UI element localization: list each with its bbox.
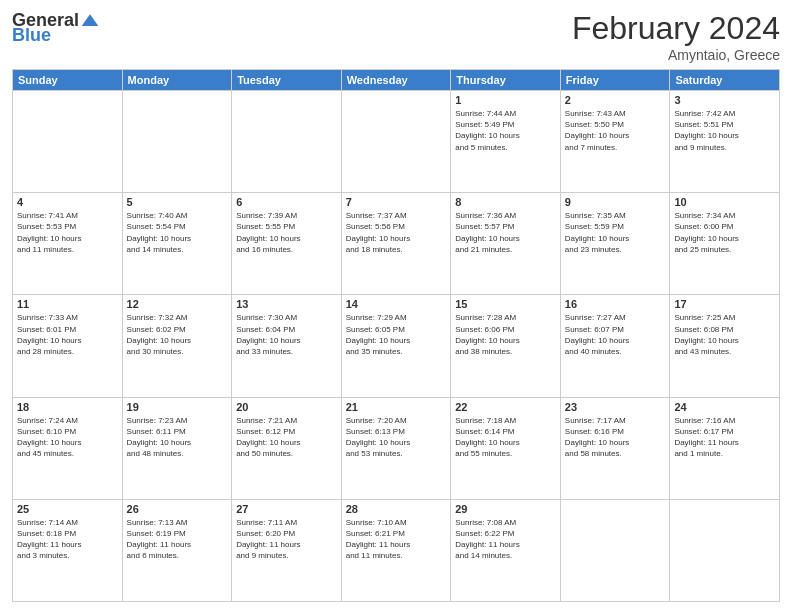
calendar-cell: 23Sunrise: 7:17 AM Sunset: 6:16 PM Dayli… bbox=[560, 397, 670, 499]
calendar-week-1: 4Sunrise: 7:41 AM Sunset: 5:53 PM Daylig… bbox=[13, 193, 780, 295]
day-number: 23 bbox=[565, 401, 666, 413]
day-info: Sunrise: 7:35 AM Sunset: 5:59 PM Dayligh… bbox=[565, 210, 666, 255]
page-header: General Blue February 2024 Amyntaio, Gre… bbox=[12, 10, 780, 63]
location: Amyntaio, Greece bbox=[572, 47, 780, 63]
calendar-cell: 21Sunrise: 7:20 AM Sunset: 6:13 PM Dayli… bbox=[341, 397, 451, 499]
day-number: 25 bbox=[17, 503, 118, 515]
day-info: Sunrise: 7:21 AM Sunset: 6:12 PM Dayligh… bbox=[236, 415, 337, 460]
day-info: Sunrise: 7:27 AM Sunset: 6:07 PM Dayligh… bbox=[565, 312, 666, 357]
calendar-cell: 10Sunrise: 7:34 AM Sunset: 6:00 PM Dayli… bbox=[670, 193, 780, 295]
calendar-week-0: 1Sunrise: 7:44 AM Sunset: 5:49 PM Daylig… bbox=[13, 91, 780, 193]
col-saturday: Saturday bbox=[670, 70, 780, 91]
logo-blue: Blue bbox=[12, 25, 51, 46]
calendar-cell: 26Sunrise: 7:13 AM Sunset: 6:19 PM Dayli… bbox=[122, 499, 232, 601]
day-number: 12 bbox=[127, 298, 228, 310]
day-info: Sunrise: 7:23 AM Sunset: 6:11 PM Dayligh… bbox=[127, 415, 228, 460]
calendar-week-2: 11Sunrise: 7:33 AM Sunset: 6:01 PM Dayli… bbox=[13, 295, 780, 397]
day-number: 6 bbox=[236, 196, 337, 208]
day-number: 21 bbox=[346, 401, 447, 413]
day-number: 13 bbox=[236, 298, 337, 310]
day-info: Sunrise: 7:44 AM Sunset: 5:49 PM Dayligh… bbox=[455, 108, 556, 153]
day-number: 5 bbox=[127, 196, 228, 208]
day-number: 7 bbox=[346, 196, 447, 208]
day-number: 18 bbox=[17, 401, 118, 413]
calendar-cell: 2Sunrise: 7:43 AM Sunset: 5:50 PM Daylig… bbox=[560, 91, 670, 193]
calendar-cell: 11Sunrise: 7:33 AM Sunset: 6:01 PM Dayli… bbox=[13, 295, 123, 397]
calendar-cell: 13Sunrise: 7:30 AM Sunset: 6:04 PM Dayli… bbox=[232, 295, 342, 397]
calendar-cell: 17Sunrise: 7:25 AM Sunset: 6:08 PM Dayli… bbox=[670, 295, 780, 397]
day-info: Sunrise: 7:16 AM Sunset: 6:17 PM Dayligh… bbox=[674, 415, 775, 460]
day-info: Sunrise: 7:43 AM Sunset: 5:50 PM Dayligh… bbox=[565, 108, 666, 153]
title-block: February 2024 Amyntaio, Greece bbox=[572, 10, 780, 63]
calendar-cell: 20Sunrise: 7:21 AM Sunset: 6:12 PM Dayli… bbox=[232, 397, 342, 499]
day-info: Sunrise: 7:08 AM Sunset: 6:22 PM Dayligh… bbox=[455, 517, 556, 562]
day-info: Sunrise: 7:24 AM Sunset: 6:10 PM Dayligh… bbox=[17, 415, 118, 460]
calendar-week-3: 18Sunrise: 7:24 AM Sunset: 6:10 PM Dayli… bbox=[13, 397, 780, 499]
calendar-cell: 16Sunrise: 7:27 AM Sunset: 6:07 PM Dayli… bbox=[560, 295, 670, 397]
month-title: February 2024 bbox=[572, 10, 780, 47]
day-info: Sunrise: 7:14 AM Sunset: 6:18 PM Dayligh… bbox=[17, 517, 118, 562]
col-friday: Friday bbox=[560, 70, 670, 91]
calendar-cell: 29Sunrise: 7:08 AM Sunset: 6:22 PM Dayli… bbox=[451, 499, 561, 601]
day-info: Sunrise: 7:41 AM Sunset: 5:53 PM Dayligh… bbox=[17, 210, 118, 255]
logo-icon bbox=[80, 11, 100, 31]
calendar-page: General Blue February 2024 Amyntaio, Gre… bbox=[0, 0, 792, 612]
day-number: 29 bbox=[455, 503, 556, 515]
calendar-cell: 5Sunrise: 7:40 AM Sunset: 5:54 PM Daylig… bbox=[122, 193, 232, 295]
day-info: Sunrise: 7:34 AM Sunset: 6:00 PM Dayligh… bbox=[674, 210, 775, 255]
calendar-cell: 12Sunrise: 7:32 AM Sunset: 6:02 PM Dayli… bbox=[122, 295, 232, 397]
day-info: Sunrise: 7:17 AM Sunset: 6:16 PM Dayligh… bbox=[565, 415, 666, 460]
calendar-cell: 22Sunrise: 7:18 AM Sunset: 6:14 PM Dayli… bbox=[451, 397, 561, 499]
calendar-cell: 4Sunrise: 7:41 AM Sunset: 5:53 PM Daylig… bbox=[13, 193, 123, 295]
calendar-cell: 14Sunrise: 7:29 AM Sunset: 6:05 PM Dayli… bbox=[341, 295, 451, 397]
day-info: Sunrise: 7:40 AM Sunset: 5:54 PM Dayligh… bbox=[127, 210, 228, 255]
day-number: 4 bbox=[17, 196, 118, 208]
calendar-cell: 28Sunrise: 7:10 AM Sunset: 6:21 PM Dayli… bbox=[341, 499, 451, 601]
col-tuesday: Tuesday bbox=[232, 70, 342, 91]
day-number: 19 bbox=[127, 401, 228, 413]
calendar-cell bbox=[232, 91, 342, 193]
calendar-cell: 24Sunrise: 7:16 AM Sunset: 6:17 PM Dayli… bbox=[670, 397, 780, 499]
day-number: 10 bbox=[674, 196, 775, 208]
calendar-cell bbox=[341, 91, 451, 193]
day-info: Sunrise: 7:39 AM Sunset: 5:55 PM Dayligh… bbox=[236, 210, 337, 255]
day-info: Sunrise: 7:37 AM Sunset: 5:56 PM Dayligh… bbox=[346, 210, 447, 255]
day-number: 9 bbox=[565, 196, 666, 208]
calendar-cell: 7Sunrise: 7:37 AM Sunset: 5:56 PM Daylig… bbox=[341, 193, 451, 295]
day-number: 3 bbox=[674, 94, 775, 106]
day-number: 15 bbox=[455, 298, 556, 310]
day-info: Sunrise: 7:20 AM Sunset: 6:13 PM Dayligh… bbox=[346, 415, 447, 460]
day-number: 20 bbox=[236, 401, 337, 413]
svg-marker-0 bbox=[82, 14, 99, 26]
day-number: 28 bbox=[346, 503, 447, 515]
day-info: Sunrise: 7:11 AM Sunset: 6:20 PM Dayligh… bbox=[236, 517, 337, 562]
col-monday: Monday bbox=[122, 70, 232, 91]
day-number: 1 bbox=[455, 94, 556, 106]
calendar-cell bbox=[122, 91, 232, 193]
calendar-cell: 27Sunrise: 7:11 AM Sunset: 6:20 PM Dayli… bbox=[232, 499, 342, 601]
calendar-cell: 3Sunrise: 7:42 AM Sunset: 5:51 PM Daylig… bbox=[670, 91, 780, 193]
day-number: 22 bbox=[455, 401, 556, 413]
day-info: Sunrise: 7:30 AM Sunset: 6:04 PM Dayligh… bbox=[236, 312, 337, 357]
day-number: 17 bbox=[674, 298, 775, 310]
calendar-header-row: Sunday Monday Tuesday Wednesday Thursday… bbox=[13, 70, 780, 91]
day-number: 11 bbox=[17, 298, 118, 310]
calendar-cell: 15Sunrise: 7:28 AM Sunset: 6:06 PM Dayli… bbox=[451, 295, 561, 397]
calendar-week-4: 25Sunrise: 7:14 AM Sunset: 6:18 PM Dayli… bbox=[13, 499, 780, 601]
day-info: Sunrise: 7:29 AM Sunset: 6:05 PM Dayligh… bbox=[346, 312, 447, 357]
day-info: Sunrise: 7:13 AM Sunset: 6:19 PM Dayligh… bbox=[127, 517, 228, 562]
day-number: 24 bbox=[674, 401, 775, 413]
calendar-cell: 9Sunrise: 7:35 AM Sunset: 5:59 PM Daylig… bbox=[560, 193, 670, 295]
day-number: 2 bbox=[565, 94, 666, 106]
calendar-cell: 19Sunrise: 7:23 AM Sunset: 6:11 PM Dayli… bbox=[122, 397, 232, 499]
day-number: 27 bbox=[236, 503, 337, 515]
calendar-cell bbox=[560, 499, 670, 601]
calendar-cell: 8Sunrise: 7:36 AM Sunset: 5:57 PM Daylig… bbox=[451, 193, 561, 295]
day-info: Sunrise: 7:28 AM Sunset: 6:06 PM Dayligh… bbox=[455, 312, 556, 357]
day-number: 26 bbox=[127, 503, 228, 515]
day-number: 14 bbox=[346, 298, 447, 310]
calendar-table: Sunday Monday Tuesday Wednesday Thursday… bbox=[12, 69, 780, 602]
day-info: Sunrise: 7:18 AM Sunset: 6:14 PM Dayligh… bbox=[455, 415, 556, 460]
col-wednesday: Wednesday bbox=[341, 70, 451, 91]
calendar-cell: 6Sunrise: 7:39 AM Sunset: 5:55 PM Daylig… bbox=[232, 193, 342, 295]
